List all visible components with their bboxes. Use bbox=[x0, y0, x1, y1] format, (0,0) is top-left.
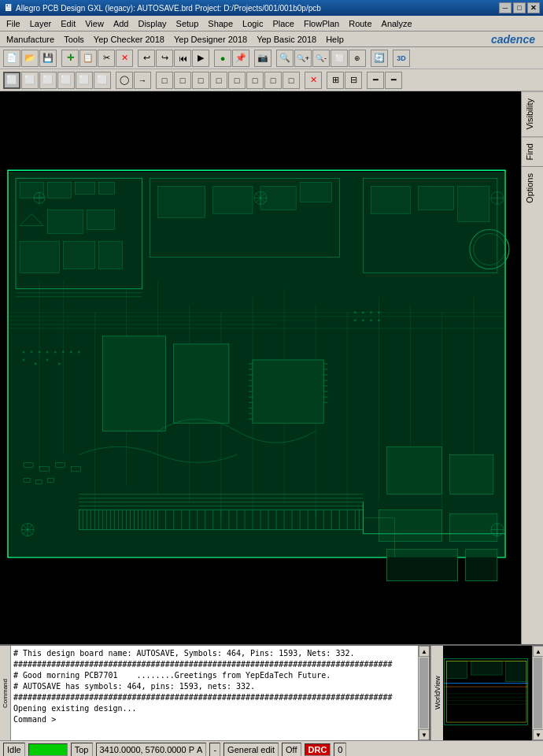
menu-place[interactable]: Place bbox=[268, 17, 299, 30]
console-line-3: # Good morning PCB7701 ........Greetings… bbox=[13, 670, 416, 681]
status-dash: - bbox=[209, 743, 220, 757]
console-line-4: # AUTOSAVE has symbols: 464, pins: 1593,… bbox=[13, 681, 416, 692]
menu-setup[interactable]: Setup bbox=[172, 17, 204, 30]
svg-rect-178 bbox=[471, 661, 502, 675]
minimize-button[interactable]: ─ bbox=[499, 2, 512, 13]
scroll-up-arrow[interactable]: ▲ bbox=[419, 646, 430, 657]
menu-logic[interactable]: Logic bbox=[238, 17, 268, 30]
menu-file[interactable]: File bbox=[2, 17, 25, 30]
tb-zoom-box[interactable]: ⬜ bbox=[331, 50, 348, 67]
menu-yep-basic[interactable]: Yep Basic 2018 bbox=[252, 33, 321, 46]
title-bar-controls: ─ □ ✕ bbox=[499, 2, 540, 13]
tb2-b3[interactable]: □ bbox=[192, 72, 209, 89]
menu-help[interactable]: Help bbox=[321, 33, 349, 46]
scroll-down-arrow[interactable]: ▼ bbox=[419, 729, 430, 740]
toolbar-2: ⬜ ⬜ ⬜ ⬜ ⬜ ⬜ ◯ → □ □ □ □ □ □ □ □ ✕ ⊞ ⊟ ━ … bbox=[0, 69, 543, 91]
menu-analyze[interactable]: Analyze bbox=[377, 17, 417, 30]
tb-redo[interactable]: ↪ bbox=[156, 50, 173, 67]
tb-new[interactable]: 📄 bbox=[3, 50, 20, 67]
tb2-grid[interactable]: ⊞ bbox=[327, 72, 344, 89]
menu-yep-designer[interactable]: Yep Designer 2018 bbox=[169, 33, 252, 46]
tb2-sel4[interactable]: ⬜ bbox=[57, 72, 75, 89]
tb2-b1[interactable]: □ bbox=[156, 72, 173, 89]
tb-cam[interactable]: 📷 bbox=[254, 50, 272, 67]
status-off: Off bbox=[282, 743, 301, 757]
tb-pin[interactable]: 📌 bbox=[232, 50, 249, 67]
tb-zoom-fit[interactable]: 🔍 bbox=[276, 50, 294, 67]
menu-flowplan[interactable]: FlowPlan bbox=[299, 17, 344, 30]
console-line-5: ########################################… bbox=[13, 692, 416, 703]
tb2-sel6[interactable]: ⬜ bbox=[94, 72, 111, 89]
tb2-snap[interactable]: ⊟ bbox=[345, 72, 362, 89]
menu-route[interactable]: Route bbox=[344, 17, 376, 30]
tb-snap[interactable]: ✛ bbox=[61, 50, 79, 67]
worldview-map bbox=[443, 646, 532, 740]
tb-3d[interactable]: 3D bbox=[393, 50, 410, 67]
tb-rat[interactable]: ● bbox=[214, 50, 231, 67]
menu-bar-2: Manufacture Tools Yep Checker 2018 Yep D… bbox=[0, 32, 543, 47]
tb-cut[interactable]: ✂ bbox=[98, 50, 115, 67]
tb-zoom-out[interactable]: 🔍- bbox=[312, 50, 330, 67]
pcb-canvas[interactable] bbox=[0, 91, 521, 644]
menu-layer[interactable]: Layer bbox=[25, 17, 57, 30]
svg-rect-177 bbox=[446, 661, 467, 678]
tb2-b5[interactable]: □ bbox=[228, 72, 246, 89]
worldview-scroll-down[interactable]: ▼ bbox=[533, 729, 543, 740]
tb2-del[interactable]: ✕ bbox=[305, 72, 322, 89]
console-left-labels: Command bbox=[0, 646, 11, 740]
coord-value: 3410.0000, 5760.0000 bbox=[100, 745, 187, 754]
status-mode: General edit bbox=[223, 743, 279, 757]
menu-tools[interactable]: Tools bbox=[59, 33, 89, 46]
tb2-b8[interactable]: □ bbox=[283, 72, 300, 89]
tb2-sel5[interactable]: ⬜ bbox=[76, 72, 93, 89]
tb2-line2[interactable]: ━ bbox=[385, 72, 402, 89]
tb-open[interactable]: 📂 bbox=[21, 50, 39, 67]
menu-yep-checker[interactable]: Yep Checker 2018 bbox=[89, 33, 169, 46]
worldview-scroll-up[interactable]: ▲ bbox=[533, 646, 543, 657]
tb2-sel3[interactable]: ⬜ bbox=[39, 72, 57, 89]
menu-shape[interactable]: Shape bbox=[203, 17, 238, 30]
tb-refresh[interactable]: 🔄 bbox=[371, 50, 388, 67]
worldview-label: WorldView bbox=[430, 646, 443, 740]
title-bar: 🖥 Allegro PCB Design GXL (legacy): AUTOS… bbox=[0, 0, 543, 16]
tb-undo[interactable]: ↩ bbox=[138, 50, 155, 67]
tb-copy[interactable]: 📋 bbox=[79, 50, 97, 67]
tb2-b7[interactable]: □ bbox=[264, 72, 282, 89]
menu-view[interactable]: View bbox=[80, 17, 109, 30]
cadence-logo: cadence bbox=[491, 33, 541, 46]
tb2-sel1[interactable]: ⬜ bbox=[3, 72, 20, 89]
menu-edit[interactable]: Edit bbox=[56, 17, 80, 30]
bottom-area: Command # This design board name: AUTOSA… bbox=[0, 644, 543, 740]
tb-delete[interactable]: ✕ bbox=[116, 50, 133, 67]
tb-zoom-in[interactable]: 🔍+ bbox=[294, 50, 312, 67]
menu-bar-1: File Layer Edit View Add Display Setup S… bbox=[0, 16, 543, 32]
tb2-arrow[interactable]: → bbox=[134, 72, 151, 89]
menu-display[interactable]: Display bbox=[133, 17, 171, 30]
worldview-scroll-thumb bbox=[534, 658, 542, 728]
menu-add[interactable]: Add bbox=[109, 17, 134, 30]
options-tab[interactable]: Options bbox=[522, 166, 543, 209]
tb-fwd[interactable]: ▶ bbox=[192, 50, 209, 67]
menu-manufacture[interactable]: Manufacture bbox=[2, 33, 59, 46]
svg-rect-172 bbox=[9, 172, 505, 557]
console-line-2: ########################################… bbox=[13, 659, 416, 670]
coord-a: A bbox=[197, 745, 202, 754]
tb-zoom-prev[interactable]: ⊕ bbox=[349, 50, 366, 67]
close-button[interactable]: ✕ bbox=[527, 2, 540, 13]
visibility-tab[interactable]: Visibility bbox=[522, 91, 543, 136]
tb-save[interactable]: 💾 bbox=[39, 50, 57, 67]
maximize-button[interactable]: □ bbox=[513, 2, 526, 13]
console-scrollbar: ▲ ▼ bbox=[418, 646, 429, 740]
title-text: Allegro PCB Design GXL (legacy): AUTOSAV… bbox=[16, 4, 321, 13]
tb-back[interactable]: ⏮ bbox=[174, 50, 191, 67]
tb2-line1[interactable]: ━ bbox=[367, 72, 384, 89]
tb2-b2[interactable]: □ bbox=[174, 72, 191, 89]
status-bar: Idle Top 3410.0000, 5760.0000 P A - Gene… bbox=[0, 740, 543, 756]
tb2-circle[interactable]: ◯ bbox=[116, 72, 133, 89]
tb2-sel2[interactable]: ⬜ bbox=[21, 72, 39, 89]
find-tab[interactable]: Find bbox=[522, 136, 543, 166]
tb2-b6[interactable]: □ bbox=[246, 72, 264, 89]
main-area: Visibility Find Options bbox=[0, 91, 543, 644]
tb2-b4[interactable]: □ bbox=[210, 72, 227, 89]
console-text[interactable]: # This design board name: AUTOSAVE, Symb… bbox=[11, 646, 418, 740]
